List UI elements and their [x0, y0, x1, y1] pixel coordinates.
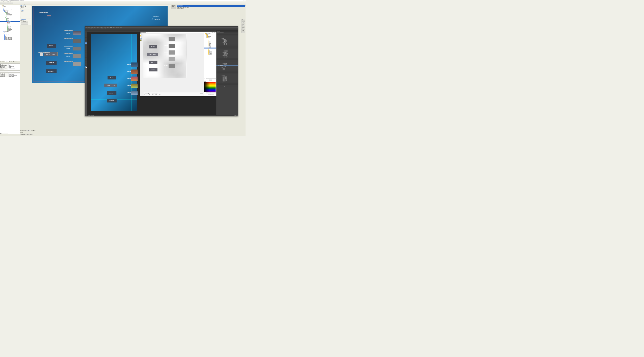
add-button[interactable]: Add	[242, 22, 245, 24]
export-button[interactable]: Export	[242, 31, 245, 33]
close-icon[interactable]: ×	[19, 62, 20, 63]
auto-checkbox[interactable]: Auto	[20, 8, 31, 9]
ps-tool[interactable]	[85, 56, 87, 57]
ps-tool[interactable]	[85, 38, 87, 39]
chapter-3-thumb[interactable]	[73, 47, 81, 50]
ps-panel-btn[interactable]	[222, 32, 224, 33]
objectname-value[interactable]: Chapter 5[ BG_ID:4 ]	[176, 5, 245, 6]
step-backward-button[interactable]: Step Backward	[21, 22, 28, 23]
sd-tree-node[interactable]: ▸5Korig_0	[204, 54, 216, 55]
command-row[interactable]: 3CallTitle Feature[ID:1]	[177, 8, 245, 9]
ps-tool[interactable]	[85, 62, 87, 64]
sd-tree[interactable]: ▸FeatureTopMenu▸Menu▸0▸MainMenu▸Setup▸Au…	[204, 33, 216, 77]
toolbar-btn[interactable]	[5, 2, 6, 4]
delete-button[interactable]: Delete	[242, 25, 245, 26]
ps-tool[interactable]	[85, 48, 87, 49]
chapter-1-thumb[interactable]	[73, 62, 81, 66]
tree-node[interactable]: Bonus2.Orange1_20sec	[0, 39, 20, 40]
ps-tool[interactable]	[85, 51, 87, 52]
chapter-2-thumb[interactable]	[73, 54, 81, 58]
ps-menu-item[interactable]: 选择(S)	[103, 27, 106, 28]
menu-setup[interactable]: SETUP	[46, 61, 56, 65]
close-icon[interactable]: ×	[245, 4, 245, 4]
ps-panel-btn[interactable]	[219, 32, 221, 33]
toolbar-btn[interactable]	[4, 2, 5, 4]
ps-tool[interactable]	[85, 52, 87, 54]
move-down-button[interactable]: Move Down	[242, 21, 245, 22]
save-palette-button[interactable]: Save Palette	[211, 92, 216, 94]
chapter-3-label[interactable]: CHAPTER 3	[66, 48, 70, 49]
ps-tool[interactable]	[85, 41, 87, 42]
ps-menu-item[interactable]: 3D(D)	[110, 27, 112, 28]
ps-menu-item[interactable]: 文件(F)	[87, 27, 90, 28]
ps-menu-item[interactable]: 滤镜(T)	[106, 27, 110, 28]
sd-titlebar[interactable]: ◆ Scenarist Designer PS — ☐ ✕	[140, 32, 216, 33]
tab-solution-explorer[interactable]: SolutionExplorer	[0, 62, 5, 62]
bg-color-swatch[interactable]	[86, 67, 87, 68]
ps-menu-item[interactable]: 文字(Y)	[100, 27, 103, 28]
apply-button[interactable]: Apply	[210, 80, 212, 80]
toolbar-btn[interactable]	[9, 2, 10, 4]
move-up-button[interactable]: Move Up	[242, 19, 245, 20]
toolbar-btn[interactable]	[12, 2, 13, 4]
window-controls[interactable]: — ☐ ✕	[243, 0, 245, 1]
ps-tool[interactable]	[85, 36, 87, 37]
ps-layers-panel[interactable]: 👁▸IG: FeatureTopMenu👁▸DS: Menu👁▸P: 0👁▸P:…	[216, 34, 238, 115]
tab-ig-editor[interactable]: IG Editor	[27, 130, 30, 131]
export-button[interactable]: Export	[211, 94, 214, 94]
ps-menu-item[interactable]: 图层(L)	[97, 27, 100, 28]
chapter-4-label[interactable]: CHAPTER 4	[66, 40, 70, 42]
tab-stream-tree[interactable]: StreamTree	[9, 62, 13, 62]
ps-menu-item[interactable]: 窗口(W)	[116, 27, 119, 28]
toolbar-btn[interactable]	[3, 2, 4, 4]
load-palette-button[interactable]: Load Palette	[206, 92, 211, 94]
menu-edit[interactable]: Edit	[2, 1, 4, 2]
sd-canvas[interactable]: PLAY CHAPTERS SETUP BONUS CHAPTER 5 CHAP…	[143, 34, 186, 78]
close-chapters-thumb[interactable]	[40, 53, 43, 56]
menu-file[interactable]: File	[0, 1, 2, 2]
radio-normal[interactable]: Normal	[20, 16, 31, 16]
toolbar-btn[interactable]	[1, 2, 2, 4]
palette-grid[interactable]	[204, 82, 216, 92]
sd-tool-zoom-in[interactable]: 🔍	[140, 34, 142, 35]
photoshop-window[interactable]: Ps文件(F)编辑(E)图像(I)图层(L)文字(Y)选择(S)滤镜(T)3D(…	[85, 26, 238, 116]
menu-help[interactable]: Help	[10, 1, 12, 2]
chapter-4-thumb[interactable]	[73, 39, 81, 43]
change-button[interactable]: Change	[242, 24, 245, 25]
chapter-5-label[interactable]: CHAPTER 5	[66, 33, 70, 34]
maximize-button[interactable]: ☐	[214, 32, 215, 33]
ps-tool[interactable]	[85, 54, 87, 56]
toolbar-btn[interactable]	[10, 2, 12, 4]
label--button[interactable]: Label...	[242, 28, 245, 30]
ps-tool[interactable]	[85, 34, 87, 36]
tab-data-tree[interactable]: DataTree	[5, 62, 9, 62]
ps-panel-btn[interactable]	[221, 32, 222, 33]
reset-button[interactable]: Reset	[21, 24, 28, 25]
radio-activated[interactable]: Activated	[20, 18, 31, 18]
chapter-2-label[interactable]: CHAPTER 2	[66, 56, 70, 57]
ps-panel-btn[interactable]	[217, 32, 218, 33]
menu-play[interactable]: PLAY	[47, 44, 56, 48]
data-tree[interactable]: -DataFeatureBonus-IGFeatureTopMenu_Graph…	[0, 5, 20, 61]
ps-canvas-area[interactable]: PLAY CHAPTERS SETUP BONUS CHAPTER 5 CHAP…	[87, 30, 216, 116]
wrap-checkbox[interactable]: Wrap	[20, 12, 31, 14]
close-button[interactable]: ✕	[216, 32, 216, 33]
close-icon[interactable]: ×	[19, 4, 20, 4]
show-slices-checkbox[interactable]: Show Button Slices	[151, 93, 158, 94]
ps-tool[interactable]	[85, 31, 87, 32]
sd-tool-hand[interactable]: ✋	[140, 35, 142, 36]
ps-tool[interactable]	[85, 59, 87, 60]
toolbar-btn[interactable]	[8, 2, 9, 4]
ps-menu-item[interactable]: 编辑(E)	[90, 27, 94, 28]
chapter-5-thumb[interactable]	[73, 31, 81, 35]
register--button[interactable]: Register...	[242, 27, 245, 28]
tab-scenario-editor[interactable]: Scenario Editor	[30, 130, 36, 131]
scenarist-designer-window[interactable]: ◆ Scenarist Designer PS — ☐ ✕ 🔍 ✋ ✎ ▭	[140, 32, 216, 96]
property-grid[interactable]: AttributeButtonId5Button Numeric Select0…	[0, 63, 20, 77]
sd-tool-eyedrop[interactable]: ✎	[140, 36, 142, 38]
sd-tool-select[interactable]: ▭	[140, 38, 142, 39]
tab-data-editor[interactable]: Data Editor / Clip Editor	[20, 130, 27, 131]
close-icon[interactable]: ×	[170, 4, 171, 4]
dither-type-select[interactable]: None	[206, 78, 216, 79]
minimize-button[interactable]: —	[212, 32, 213, 33]
